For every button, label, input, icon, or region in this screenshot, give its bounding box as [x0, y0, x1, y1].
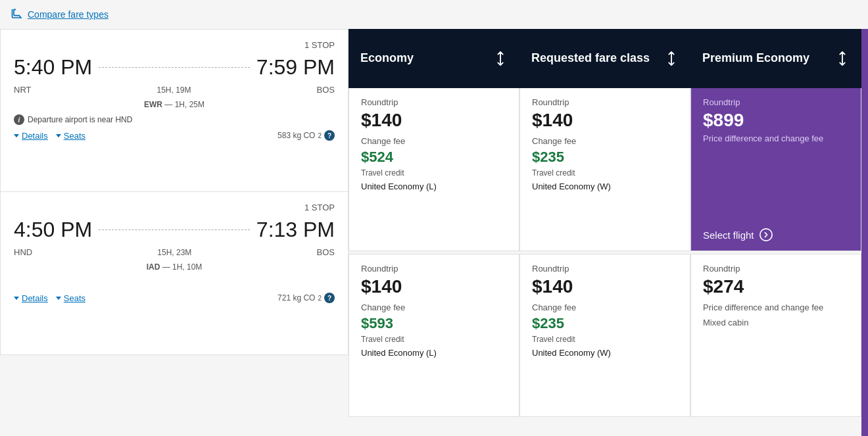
- fare-cell-premium-1[interactable]: Roundtrip $899 Price difference and chan…: [690, 88, 861, 251]
- sort-icon[interactable]: [664, 51, 679, 66]
- flight-card: 1 STOP 4:50 PM 7:13 PM HND 15H, 23M BOS …: [0, 192, 349, 355]
- fare-cell-premium-2[interactable]: Roundtrip $274 Price difference and chan…: [690, 254, 861, 417]
- cabin-class: United Economy (L): [361, 348, 507, 358]
- layover-info: IAD — 1H, 10M: [14, 262, 335, 272]
- flight-footer: Details Seats 583 kg CO2 ?: [14, 130, 335, 141]
- main-grid: 1 STOP 5:40 PM 7:59 PM NRT 15H, 19M BOS …: [0, 29, 868, 436]
- flight-times: 4:50 PM 7:13 PM: [14, 218, 335, 242]
- change-fee-label: Change fee: [361, 136, 507, 146]
- compare-link-label: Compare fare types: [28, 9, 108, 20]
- chevron-down-icon: [56, 134, 61, 137]
- fare-header-title: Premium Economy: [702, 51, 809, 66]
- depart-airport: HND: [14, 247, 32, 257]
- arrive-airport: BOS: [317, 247, 335, 257]
- travel-credit-label: Travel credit: [532, 335, 678, 344]
- co2-value: 721 kg CO: [277, 293, 315, 303]
- airport-row: HND 15H, 23M BOS: [14, 247, 335, 257]
- cabin-class: United Economy (W): [532, 348, 678, 358]
- fare-header-title: Economy: [360, 51, 414, 66]
- depart-airport: NRT: [14, 85, 31, 95]
- roundtrip-label: Roundtrip: [532, 97, 678, 107]
- layover-duration: 1H, 10M: [172, 262, 202, 272]
- co2-question-icon[interactable]: ?: [324, 293, 335, 303]
- details-link[interactable]: Details: [14, 131, 48, 141]
- co2-info: 721 kg CO2 ?: [277, 293, 335, 303]
- layover-info: EWR — 1H, 25M: [14, 100, 335, 109]
- fare-header-premium: Premium Economy: [690, 29, 861, 88]
- arrive-time: 7:13 PM: [256, 218, 335, 242]
- travel-credit-label: Travel credit: [361, 168, 507, 178]
- price: $140: [532, 276, 678, 297]
- top-bar: Compare fare types: [0, 0, 868, 29]
- layover-airport: EWR: [144, 100, 162, 109]
- details-link[interactable]: Details: [14, 293, 48, 303]
- roundtrip-label: Roundtrip: [361, 264, 507, 274]
- svg-point-0: [14, 9, 16, 11]
- svg-point-1: [760, 229, 771, 241]
- chevron-down-icon: [14, 134, 19, 137]
- price-diff-label: Price difference and change fee: [703, 303, 849, 312]
- price: $140: [361, 276, 507, 297]
- page-wrapper: Compare fare types 1 STOP 5:40 PM 7:59 P…: [0, 0, 868, 436]
- mixed-cabin-label: Mixed cabin: [703, 318, 849, 327]
- chevron-down-icon: [14, 297, 19, 300]
- seats-link[interactable]: Seats: [56, 293, 85, 303]
- price-diff-label: Price difference and change fee: [703, 133, 849, 145]
- fare-cell-requested-2[interactable]: Roundtrip $140 Change fee $235 Travel cr…: [519, 254, 690, 417]
- fare-col-premium: Premium Economy Roundtrip $899 Price dif…: [690, 29, 861, 436]
- details-seats: Details Seats: [14, 131, 85, 141]
- price: $140: [532, 110, 678, 131]
- change-fee-label: Change fee: [532, 303, 678, 312]
- fare-header-title: Requested fare class: [531, 51, 650, 66]
- flight-times: 5:40 PM 7:59 PM: [14, 55, 335, 80]
- arrive-time: 7:59 PM: [256, 55, 335, 80]
- co2-question-icon[interactable]: ?: [324, 130, 335, 141]
- depart-time: 4:50 PM: [14, 218, 92, 242]
- fare-cell-economy-2[interactable]: Roundtrip $140 Change fee $593 Travel cr…: [349, 254, 519, 417]
- select-flight-button[interactable]: Select flight: [703, 223, 849, 241]
- seats-link[interactable]: Seats: [56, 131, 85, 141]
- credit-amount: $235: [532, 149, 678, 166]
- departure-note: i Departure airport is near HND: [14, 114, 335, 125]
- fare-col-partial: [861, 29, 868, 436]
- credit-amount: $593: [361, 315, 507, 332]
- select-flight-label: Select flight: [703, 230, 754, 241]
- roundtrip-label: Roundtrip: [532, 264, 678, 274]
- dotted-line: [99, 230, 250, 230]
- fare-cell-economy-1[interactable]: Roundtrip $140 Change fee $524 Travel cr…: [349, 88, 519, 251]
- co2-info: 583 kg CO2 ?: [277, 130, 335, 141]
- flight-card: 1 STOP 5:40 PM 7:59 PM NRT 15H, 19M BOS …: [0, 29, 349, 192]
- info-icon: i: [14, 114, 24, 125]
- travel-credit-label: Travel credit: [361, 335, 507, 344]
- layover-airport: IAD: [147, 262, 160, 272]
- duration-line: [92, 228, 256, 231]
- fare-col-economy: Economy Roundtrip $140 Change fee $524 T…: [349, 29, 519, 436]
- price: $274: [703, 276, 849, 297]
- cabin-class: United Economy (L): [361, 182, 507, 191]
- flight-column: 1 STOP 5:40 PM 7:59 PM NRT 15H, 19M BOS …: [0, 29, 349, 436]
- fare-cell-requested-1[interactable]: Roundtrip $140 Change fee $235 Travel cr…: [519, 88, 690, 251]
- stop-label: 1 STOP: [14, 203, 335, 212]
- credit-amount: $235: [532, 315, 678, 332]
- departure-note-text: Departure airport is near HND: [28, 115, 132, 124]
- compare-fare-types-link[interactable]: Compare fare types: [11, 8, 108, 21]
- sort-icon[interactable]: [835, 51, 850, 66]
- change-fee-label: Change fee: [532, 136, 678, 146]
- duration-text: 15H, 23M: [157, 248, 191, 257]
- layover-sep: —: [162, 262, 172, 272]
- price: $140: [361, 110, 507, 131]
- fare-col-requested: Requested fare class Roundtrip $140 Chan…: [519, 29, 690, 436]
- dotted-line: [99, 67, 250, 68]
- cabin-class: United Economy (W): [532, 182, 678, 191]
- layover-duration: 1H, 25M: [175, 100, 205, 109]
- duration-text: 15H, 19M: [157, 85, 191, 95]
- depart-time: 5:40 PM: [14, 55, 92, 80]
- fare-header-requested: Requested fare class: [519, 29, 690, 88]
- chevron-down-icon: [56, 297, 61, 300]
- sort-icon[interactable]: [493, 51, 508, 66]
- roundtrip-label: Roundtrip: [703, 264, 849, 274]
- roundtrip-label: Roundtrip: [703, 97, 849, 107]
- seat-icon: [11, 8, 24, 21]
- co2-sub: 2: [318, 132, 322, 139]
- roundtrip-label: Roundtrip: [361, 97, 507, 107]
